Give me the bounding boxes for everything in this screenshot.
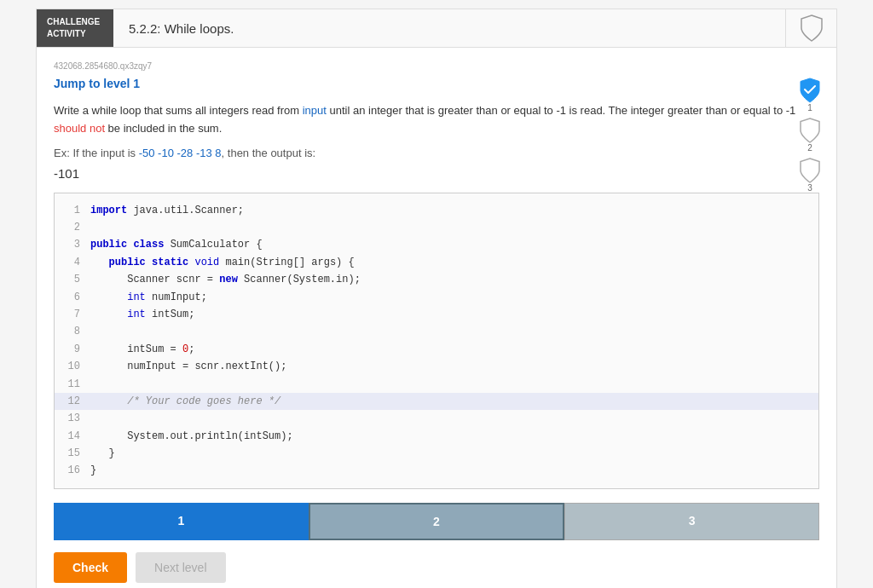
- code-line-6: 6 int numInput;: [55, 289, 818, 306]
- input-highlight: input: [303, 104, 327, 117]
- example-prefix: Ex: If the input is: [54, 147, 139, 159]
- code-line-2: 2: [55, 219, 818, 236]
- description-text: Write a while loop that sums all integer…: [54, 102, 819, 138]
- example-values: -50 -10 -28 -13 8: [139, 147, 222, 159]
- tab-level-1[interactable]: 1: [54, 503, 309, 540]
- right-shield-2-icon: [799, 118, 821, 143]
- code-line-4: 4 public static void main(String[] args)…: [55, 254, 818, 271]
- right-level-3[interactable]: 3: [799, 158, 821, 193]
- right-level-3-num: 3: [807, 183, 812, 193]
- check-button[interactable]: Check: [54, 552, 127, 583]
- code-line-8: 8: [55, 323, 818, 340]
- example-suffix: , then the output is:: [222, 147, 316, 159]
- challenge-title: 5.2.2: While loops.: [113, 9, 785, 47]
- jump-to-level-link[interactable]: Jump to level 1: [54, 77, 140, 90]
- code-line-7: 7 int intSum;: [55, 306, 818, 323]
- code-line-13: 13: [55, 410, 818, 427]
- right-level-1[interactable]: 1: [799, 78, 821, 112]
- challenge-label: CHALLENGE ACTIVITY: [37, 9, 113, 47]
- challenge-line1: CHALLENGE: [47, 16, 103, 28]
- code-line-14: 14 System.out.println(intSum);: [55, 428, 818, 445]
- buttons-row: Check Next level: [54, 552, 819, 588]
- tab-level-3[interactable]: 3: [564, 503, 819, 540]
- right-levels: 1 2 3: [799, 78, 821, 196]
- code-line-11: 11: [55, 376, 818, 393]
- right-level-2[interactable]: 2: [799, 118, 821, 153]
- content-area: 432068.2854680.qx3zqy7 Jump to level 1 W…: [37, 48, 836, 588]
- challenge-line2: ACTIVITY: [47, 28, 103, 40]
- header-shield: [785, 9, 836, 47]
- session-id: 432068.2854680.qx3zqy7: [54, 61, 819, 71]
- code-editor[interactable]: 1 import java.util.Scanner; 2 3 public c…: [54, 193, 819, 489]
- next-level-button: Next level: [136, 552, 225, 583]
- code-line-10: 10 numInput = scnr.nextInt();: [55, 358, 818, 375]
- header: CHALLENGE ACTIVITY 5.2.2: While loops.: [37, 9, 836, 48]
- right-level-2-num: 2: [807, 143, 812, 153]
- code-line-16: 16 }: [55, 462, 818, 479]
- shield-icon: [800, 14, 824, 42]
- code-line-9: 9 intSum = 0;: [55, 341, 818, 358]
- tab-level-2[interactable]: 2: [309, 503, 565, 540]
- code-line-5: 5 Scanner scnr = new Scanner(System.in);: [55, 271, 818, 288]
- code-line-1: 1 import java.util.Scanner;: [55, 202, 818, 219]
- right-level-1-num: 1: [807, 103, 812, 112]
- code-line-3: 3 public class SumCalculator {: [55, 236, 818, 253]
- right-shield-1-icon: [799, 78, 821, 103]
- output-value: -101: [54, 166, 819, 181]
- should-not-highlight: should not: [54, 122, 105, 135]
- code-line-12: 12 /* Your code goes here */: [55, 393, 818, 410]
- main-container: CHALLENGE ACTIVITY 5.2.2: While loops. 1: [36, 9, 837, 588]
- right-shield-3-icon: [799, 158, 821, 183]
- code-line-15: 15 }: [55, 445, 818, 462]
- level-tabs: 1 2 3: [54, 503, 819, 540]
- example-line: Ex: If the input is -50 -10 -28 -13 8, t…: [54, 147, 819, 159]
